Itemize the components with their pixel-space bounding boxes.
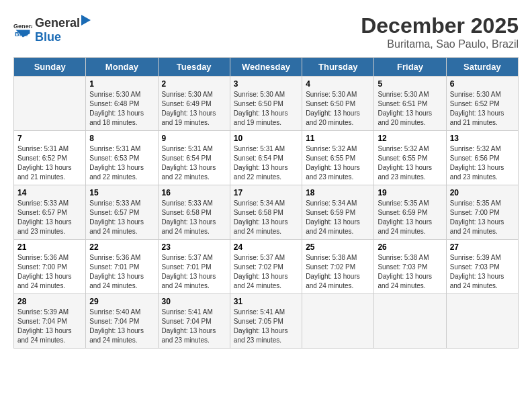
day-number: 20 xyxy=(450,188,515,197)
calendar-cell: 19Sunrise: 5:35 AM Sunset: 6:59 PM Dayli… xyxy=(374,185,446,240)
day-info: Sunrise: 5:33 AM Sunset: 6:57 PM Dayligh… xyxy=(17,199,82,236)
calendar-week-row: 28Sunrise: 5:39 AM Sunset: 7:04 PM Dayli… xyxy=(14,294,519,349)
day-number: 22 xyxy=(89,242,154,252)
calendar-cell xyxy=(446,294,518,349)
day-info: Sunrise: 5:35 AM Sunset: 7:00 PM Dayligh… xyxy=(450,199,515,236)
calendar-week-row: 21Sunrise: 5:36 AM Sunset: 7:00 PM Dayli… xyxy=(14,240,519,294)
weekday-header: Saturday xyxy=(446,58,518,77)
calendar-cell xyxy=(302,294,374,349)
calendar-cell: 31Sunrise: 5:41 AM Sunset: 7:05 PM Dayli… xyxy=(230,294,302,349)
weekday-header: Friday xyxy=(374,58,446,77)
calendar-cell: 28Sunrise: 5:39 AM Sunset: 7:04 PM Dayli… xyxy=(14,294,86,349)
day-info: Sunrise: 5:30 AM Sunset: 6:50 PM Dayligh… xyxy=(306,90,370,128)
calendar-cell: 15Sunrise: 5:33 AM Sunset: 6:57 PM Dayli… xyxy=(86,185,158,240)
day-info: Sunrise: 5:31 AM Sunset: 6:54 PM Dayligh… xyxy=(162,144,226,182)
day-info: Sunrise: 5:34 AM Sunset: 6:59 PM Dayligh… xyxy=(306,199,370,236)
calendar-cell: 5Sunrise: 5:30 AM Sunset: 6:51 PM Daylig… xyxy=(374,77,446,131)
calendar-cell: 22Sunrise: 5:36 AM Sunset: 7:01 PM Dayli… xyxy=(86,240,158,294)
day-info: Sunrise: 5:32 AM Sunset: 6:55 PM Dayligh… xyxy=(378,144,442,182)
calendar-cell: 26Sunrise: 5:38 AM Sunset: 7:03 PM Dayli… xyxy=(374,240,446,294)
calendar-cell: 6Sunrise: 5:30 AM Sunset: 6:52 PM Daylig… xyxy=(446,77,518,131)
day-number: 2 xyxy=(162,79,226,89)
day-info: Sunrise: 5:33 AM Sunset: 6:58 PM Dayligh… xyxy=(162,199,226,236)
calendar-cell: 12Sunrise: 5:32 AM Sunset: 6:55 PM Dayli… xyxy=(374,131,446,185)
day-number: 7 xyxy=(17,134,82,143)
day-number: 21 xyxy=(17,242,82,252)
svg-text:General: General xyxy=(13,23,32,30)
day-info: Sunrise: 5:30 AM Sunset: 6:48 PM Dayligh… xyxy=(89,90,154,128)
day-number: 3 xyxy=(234,79,298,89)
calendar-cell: 9Sunrise: 5:31 AM Sunset: 6:54 PM Daylig… xyxy=(158,131,230,185)
calendar-cell: 8Sunrise: 5:31 AM Sunset: 6:53 PM Daylig… xyxy=(86,131,158,185)
calendar-cell: 25Sunrise: 5:38 AM Sunset: 7:02 PM Dayli… xyxy=(302,240,374,294)
calendar-cell: 18Sunrise: 5:34 AM Sunset: 6:59 PM Dayli… xyxy=(302,185,374,240)
calendar-cell: 20Sunrise: 5:35 AM Sunset: 7:00 PM Dayli… xyxy=(446,185,518,240)
calendar-cell xyxy=(14,77,86,131)
day-number: 10 xyxy=(234,134,298,143)
day-info: Sunrise: 5:36 AM Sunset: 7:01 PM Dayligh… xyxy=(89,253,154,291)
weekday-header: Monday xyxy=(86,58,158,77)
day-number: 11 xyxy=(306,134,370,143)
svg-text:Blue: Blue xyxy=(15,31,28,38)
day-number: 19 xyxy=(378,188,442,197)
day-number: 29 xyxy=(89,297,154,306)
day-number: 23 xyxy=(162,242,226,252)
calendar-cell: 10Sunrise: 5:31 AM Sunset: 6:54 PM Dayli… xyxy=(230,131,302,185)
day-info: Sunrise: 5:41 AM Sunset: 7:04 PM Dayligh… xyxy=(162,308,226,345)
calendar-table: SundayMondayTuesdayWednesdayThursdayFrid… xyxy=(13,57,519,349)
day-info: Sunrise: 5:32 AM Sunset: 6:55 PM Dayligh… xyxy=(306,144,370,182)
day-number: 26 xyxy=(378,242,442,252)
weekday-header: Thursday xyxy=(302,58,374,77)
calendar-cell: 24Sunrise: 5:37 AM Sunset: 7:02 PM Dayli… xyxy=(230,240,302,294)
day-number: 30 xyxy=(162,297,226,306)
day-info: Sunrise: 5:31 AM Sunset: 6:54 PM Dayligh… xyxy=(234,144,298,182)
day-number: 28 xyxy=(17,297,82,306)
page-subtitle: Buritama, Sao Paulo, Brazil xyxy=(361,38,519,50)
day-number: 12 xyxy=(378,134,442,143)
calendar-cell: 2Sunrise: 5:30 AM Sunset: 6:49 PM Daylig… xyxy=(158,77,230,131)
calendar-cell: 7Sunrise: 5:31 AM Sunset: 6:52 PM Daylig… xyxy=(14,131,86,185)
day-info: Sunrise: 5:30 AM Sunset: 6:51 PM Dayligh… xyxy=(378,90,442,128)
calendar-week-row: 1Sunrise: 5:30 AM Sunset: 6:48 PM Daylig… xyxy=(14,77,519,131)
day-info: Sunrise: 5:38 AM Sunset: 7:02 PM Dayligh… xyxy=(306,253,370,291)
calendar-cell: 1Sunrise: 5:30 AM Sunset: 6:48 PM Daylig… xyxy=(86,77,158,131)
day-info: Sunrise: 5:31 AM Sunset: 6:52 PM Dayligh… xyxy=(17,144,82,182)
day-number: 13 xyxy=(450,134,515,143)
weekday-header: Wednesday xyxy=(230,58,302,77)
calendar-cell: 4Sunrise: 5:30 AM Sunset: 6:50 PM Daylig… xyxy=(302,77,374,131)
day-info: Sunrise: 5:33 AM Sunset: 6:57 PM Dayligh… xyxy=(89,199,154,236)
calendar-cell xyxy=(374,294,446,349)
day-number: 31 xyxy=(234,297,298,306)
day-info: Sunrise: 5:37 AM Sunset: 7:01 PM Dayligh… xyxy=(162,253,226,291)
day-number: 27 xyxy=(450,242,515,252)
day-info: Sunrise: 5:37 AM Sunset: 7:02 PM Dayligh… xyxy=(234,253,298,291)
calendar-cell: 27Sunrise: 5:39 AM Sunset: 7:03 PM Dayli… xyxy=(446,240,518,294)
calendar-cell: 13Sunrise: 5:32 AM Sunset: 6:56 PM Dayli… xyxy=(446,131,518,185)
page-title: December 2025 xyxy=(361,13,519,38)
day-info: Sunrise: 5:35 AM Sunset: 6:59 PM Dayligh… xyxy=(378,199,442,236)
day-number: 15 xyxy=(89,188,154,197)
day-info: Sunrise: 5:39 AM Sunset: 7:04 PM Dayligh… xyxy=(17,308,82,345)
day-number: 16 xyxy=(162,188,226,197)
logo-blue-text: Blue xyxy=(35,30,61,44)
logo-icon: General Blue xyxy=(13,19,32,38)
day-info: Sunrise: 5:40 AM Sunset: 7:04 PM Dayligh… xyxy=(89,308,154,345)
day-number: 1 xyxy=(89,79,154,89)
calendar-header: SundayMondayTuesdayWednesdayThursdayFrid… xyxy=(14,58,519,77)
weekday-header: Sunday xyxy=(14,58,86,77)
day-info: Sunrise: 5:30 AM Sunset: 6:50 PM Dayligh… xyxy=(234,90,298,128)
calendar-cell: 11Sunrise: 5:32 AM Sunset: 6:55 PM Dayli… xyxy=(302,131,374,185)
day-info: Sunrise: 5:31 AM Sunset: 6:53 PM Dayligh… xyxy=(89,144,154,182)
logo-general-text: General xyxy=(35,16,80,30)
day-info: Sunrise: 5:36 AM Sunset: 7:00 PM Dayligh… xyxy=(17,253,82,291)
day-info: Sunrise: 5:32 AM Sunset: 6:56 PM Dayligh… xyxy=(450,144,515,182)
logo-arrow-icon xyxy=(81,13,93,27)
calendar-cell: 29Sunrise: 5:40 AM Sunset: 7:04 PM Dayli… xyxy=(86,294,158,349)
day-info: Sunrise: 5:34 AM Sunset: 6:58 PM Dayligh… xyxy=(234,199,298,236)
calendar-cell: 21Sunrise: 5:36 AM Sunset: 7:00 PM Dayli… xyxy=(14,240,86,294)
day-number: 18 xyxy=(306,188,370,197)
title-block: December 2025 Buritama, Sao Paulo, Brazi… xyxy=(361,13,519,50)
day-number: 17 xyxy=(234,188,298,197)
day-info: Sunrise: 5:39 AM Sunset: 7:03 PM Dayligh… xyxy=(450,253,515,291)
calendar-cell: 3Sunrise: 5:30 AM Sunset: 6:50 PM Daylig… xyxy=(230,77,302,131)
